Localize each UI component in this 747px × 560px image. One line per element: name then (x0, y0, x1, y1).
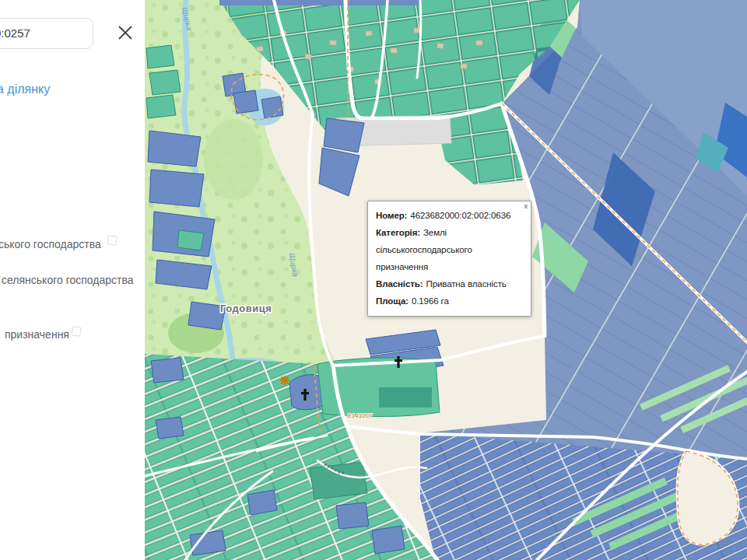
list-item[interactable]: призначення (5, 328, 69, 341)
popup-field: Номер:4623682000:02:002:0636 (376, 207, 523, 224)
monument-icon (280, 376, 289, 385)
popup-field: Власність:Приватна власність (376, 275, 523, 292)
sidebar: 0:0257 а ділянку ського господарства сел… (0, 0, 145, 560)
popup-field: Площа:0.1966 га (376, 292, 523, 310)
road-ref-label: С141207 (347, 412, 373, 419)
search-input[interactable]: 0:0257 (0, 18, 93, 49)
popup-field: Категорія:Землі сільськогосподарського п… (376, 224, 523, 275)
list-item[interactable]: ського господарства (0, 238, 101, 250)
popup-close-button[interactable]: x (524, 201, 528, 211)
close-icon[interactable] (117, 24, 134, 41)
search-value: 0:0257 (0, 26, 30, 40)
list-item[interactable]: селянського господарства (2, 274, 134, 286)
list-item-icon (107, 235, 117, 246)
list-item-icon (71, 326, 82, 337)
show-parcel-link[interactable]: а ділянку (0, 82, 50, 96)
parcel-info-popup: x Номер:4623682000:02:002:0636 Категорія… (367, 201, 531, 317)
settlement-label: Годовиця (220, 303, 272, 314)
